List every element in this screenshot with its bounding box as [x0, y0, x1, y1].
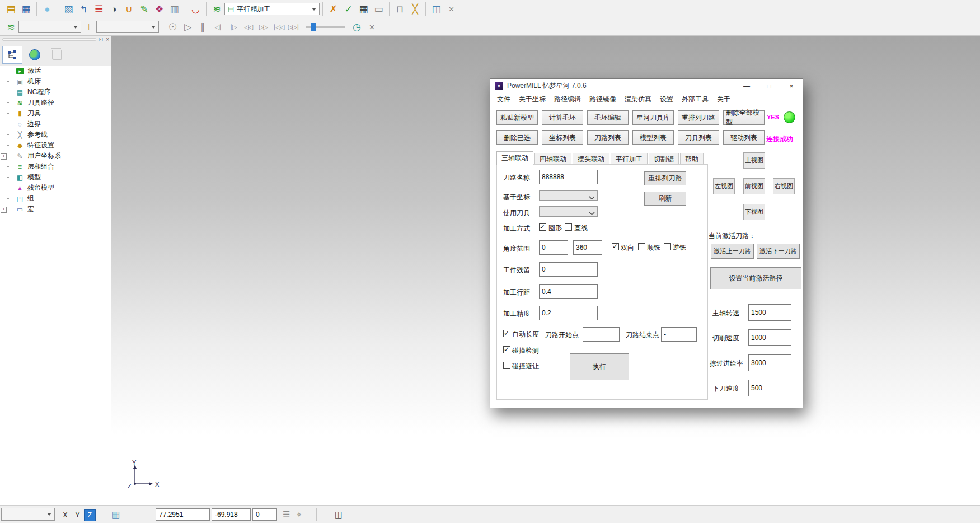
menu-ext-tools[interactable]: 外部工具: [682, 95, 709, 104]
locate-icon[interactable]: ⌖: [297, 509, 301, 520]
start-point-input[interactable]: [583, 327, 620, 342]
boundary-channel-icon[interactable]: ∪: [121, 2, 137, 16]
toolpath-name-input[interactable]: [539, 170, 598, 184]
toolbar-close-icon[interactable]: ×: [444, 2, 459, 16]
strategy-combobox[interactable]: ▤ 平行精加工: [224, 3, 320, 15]
float-panel-icon[interactable]: ⊡: [99, 36, 103, 43]
delete-all-models-button[interactable]: 删除全部模型: [723, 110, 765, 125]
open-project-icon[interactable]: ▤: [3, 2, 18, 16]
activate-next-button[interactable]: 激活下一刀路: [757, 244, 800, 259]
tree-item-macros[interactable]: + ▭ 宏: [0, 204, 111, 214]
tab-help[interactable]: 帮助: [680, 153, 704, 165]
angle-start-input[interactable]: [539, 240, 568, 255]
coord-z-field[interactable]: 0: [252, 508, 277, 521]
coord-y-field[interactable]: -69.918: [212, 508, 251, 521]
measure-icon[interactable]: ▭: [371, 2, 386, 16]
collision-check-checkbox[interactable]: [503, 346, 510, 353]
view-left-button[interactable]: 左视图: [713, 178, 735, 194]
axis-x-button[interactable]: X: [59, 509, 71, 521]
tree-item-stock-models[interactable]: ▲ 残留模型: [0, 183, 111, 193]
tool-ball-icon[interactable]: ◑: [106, 2, 121, 16]
go-start-icon[interactable]: ∣◁◁: [271, 20, 286, 34]
speed-slider[interactable]: [306, 22, 345, 31]
close-button[interactable]: ×: [780, 79, 803, 93]
tree-item-activate[interactable]: ▸ 激活: [0, 66, 111, 76]
view-bottom-button[interactable]: 下视图: [743, 204, 765, 220]
viewing-tab[interactable]: [25, 46, 45, 64]
set-active-path-button[interactable]: 设置当前激活路径: [710, 267, 801, 289]
menu-path-mirror[interactable]: 路径镜像: [589, 95, 616, 104]
tree-item-groups[interactable]: ◰ 组: [0, 193, 111, 204]
end-point-input[interactable]: [661, 327, 697, 342]
tab-3axis[interactable]: 三轴联动: [496, 151, 533, 165]
crossed-arrows-icon[interactable]: ╳: [407, 2, 423, 16]
tab-4axis[interactable]: 四轴联动: [534, 153, 571, 165]
auto-length-checkbox[interactable]: [503, 330, 510, 337]
tree-item-levels-sets[interactable]: ≡ 层和组合: [0, 161, 111, 172]
verify-toolpath-icon[interactable]: ✓: [341, 2, 356, 16]
view-front-button[interactable]: 前视图: [743, 178, 765, 194]
step-back-icon[interactable]: ◁∣: [210, 20, 226, 34]
grid-icon[interactable]: ▦: [112, 509, 120, 520]
sim-toolpath-combobox[interactable]: [18, 21, 81, 33]
menu-render-sim[interactable]: 渲染仿真: [625, 95, 651, 104]
tab-cutting-saw[interactable]: 切割锯: [649, 153, 679, 165]
menu-about-coords[interactable]: 关于坐标: [519, 95, 546, 104]
based-coord-combobox[interactable]: [539, 190, 598, 201]
tree-item-models[interactable]: ◧ 模型: [0, 172, 111, 183]
expand-icon[interactable]: +: [1, 153, 7, 160]
curve-editor-icon[interactable]: ✎: [137, 2, 152, 16]
collision-avoid-checkbox[interactable]: [503, 362, 510, 369]
conventional-checkbox[interactable]: [664, 243, 671, 250]
refresh-button[interactable]: 刷新: [644, 192, 686, 206]
tree-item-nc-program[interactable]: ▤ NC程序: [0, 87, 111, 97]
shaded-view-icon[interactable]: ●: [40, 2, 55, 16]
tree-item-patterns[interactable]: ╳ 参考线: [0, 129, 111, 140]
rearrange-toolpaths-button[interactable]: 重排列刀路: [678, 110, 719, 125]
menu-file[interactable]: 文件: [497, 95, 510, 104]
recycle-bin-tab[interactable]: [47, 46, 67, 64]
spindle-speed-input[interactable]: [748, 304, 791, 321]
menu-settings[interactable]: 设置: [660, 95, 673, 104]
split-view-icon[interactable]: ◫: [335, 509, 343, 520]
tree-item-machine[interactable]: ▣ 机床: [0, 76, 111, 87]
circular-checkbox[interactable]: [539, 223, 546, 231]
stock-allowance-input[interactable]: [539, 262, 598, 277]
toolpath-list-button[interactable]: 刀路列表: [587, 130, 629, 145]
edit-block-button[interactable]: 毛坯编辑: [587, 110, 629, 125]
view-right-button[interactable]: 右视图: [773, 178, 795, 194]
menu-path-edit[interactable]: 路径编辑: [554, 95, 581, 104]
climb-checkbox[interactable]: [638, 243, 645, 250]
stepover-input[interactable]: [539, 284, 598, 299]
clock-icon[interactable]: ◷: [349, 20, 364, 34]
tool-change-icon[interactable]: ⊓: [392, 2, 407, 16]
search-back-icon[interactable]: ◁◁: [241, 20, 256, 34]
go-end-icon[interactable]: ▷▷∣: [286, 20, 301, 34]
tolerance-input[interactable]: [539, 306, 598, 320]
expand-icon[interactable]: +: [1, 207, 7, 213]
step-forward-icon[interactable]: ∣▷: [226, 20, 241, 34]
sim-tool-combobox[interactable]: [96, 21, 159, 33]
tree-item-toolpaths[interactable]: ≋ 刀具路径: [0, 97, 111, 108]
zlevel-icon[interactable]: ☰: [91, 2, 106, 16]
tree-item-boundaries[interactable]: ◌ 边界: [0, 119, 111, 129]
block-icon[interactable]: ▧: [61, 2, 76, 16]
use-tool-combobox[interactable]: [539, 206, 598, 217]
menu-about[interactable]: 关于: [717, 95, 730, 104]
angle-end-input[interactable]: [573, 240, 602, 255]
toolpath-icon[interactable]: ≋: [209, 2, 224, 16]
cutting-feed-input[interactable]: [748, 329, 791, 346]
calc-block-button[interactable]: 计算毛坯: [542, 110, 583, 125]
list-icon[interactable]: ☰: [283, 509, 290, 520]
tool-holder-icon[interactable]: ▥: [167, 2, 182, 16]
statusbar-dropdown[interactable]: [1, 508, 55, 521]
tool-library-button[interactable]: 星河刀具库: [632, 110, 674, 125]
minimize-button[interactable]: —: [735, 79, 758, 93]
axis-y-button[interactable]: Y: [72, 509, 83, 521]
calculator-icon[interactable]: ▦: [356, 2, 371, 16]
delete-selected-button[interactable]: 删除已选: [496, 130, 538, 145]
tree-item-workplanes[interactable]: + ✎ 用户坐标系: [0, 151, 111, 161]
bidirectional-checkbox[interactable]: [612, 243, 619, 250]
slider-handle[interactable]: [311, 23, 316, 31]
delete-toolpath-icon[interactable]: ✗: [326, 2, 341, 16]
